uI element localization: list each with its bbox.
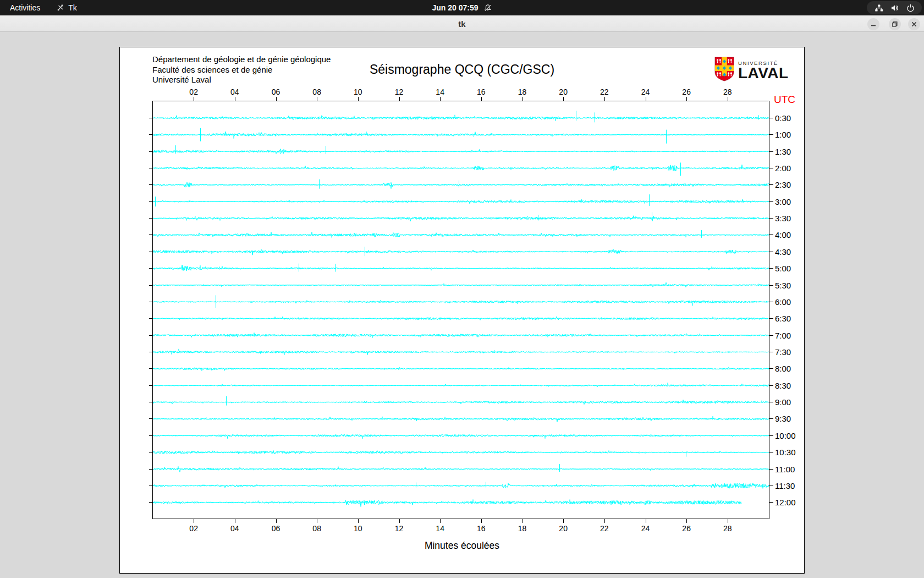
x-tick-label: 04 [230,524,239,533]
utc-label: UTC [774,94,795,106]
y-tick-mark [149,352,153,352]
y-tick-mark [769,168,773,168]
x-tick-mark [646,97,646,101]
y-tick-mark [769,134,773,135]
x-tick-label: 22 [600,88,609,96]
utc-time-label: 7:00 [775,331,791,340]
x-tick-label: 18 [518,524,527,533]
x-tick-mark [728,519,728,523]
x-tick-mark [440,97,441,101]
institution-line-1: Département de géologie et de génie géol… [152,54,331,65]
y-tick-mark [769,118,773,118]
utc-time-label: 1:30 [775,147,791,156]
y-tick-mark [769,235,773,235]
x-tick-label: 10 [354,88,362,96]
x-tick-mark [194,519,194,523]
window-titlebar[interactable]: tk [0,15,924,32]
y-tick-mark [149,134,153,135]
x-tick-mark [194,97,194,101]
y-tick-mark [769,285,773,286]
x-tick-mark [440,519,441,523]
utc-time-label: 7:30 [775,347,791,357]
y-tick-mark [149,268,153,269]
power-icon [906,4,915,12]
y-tick-mark [149,385,153,386]
institution-line-2: Faculté des sciences et de génie [152,65,331,75]
x-tick-mark [399,97,400,101]
x-tick-mark [358,519,359,523]
utc-time-label: 4:00 [775,230,791,239]
system-status-area[interactable] [867,1,922,14]
x-tick-mark [563,519,564,523]
x-tick-mark [317,97,317,101]
x-tick-mark [522,519,523,523]
logo-laval-text: LAVAL [738,66,789,80]
y-tick-mark [769,335,773,336]
x-tick-label: 12 [395,524,404,533]
x-tick-label: 28 [723,524,732,533]
y-tick-mark [149,502,153,503]
utc-time-label: 12:00 [775,498,796,507]
utc-time-label: 4:30 [775,247,791,257]
x-tick-mark [317,519,317,523]
y-tick-mark [769,184,773,185]
y-tick-mark [769,452,773,452]
x-tick-mark [728,97,728,101]
y-tick-mark [769,418,773,419]
x-tick-mark [481,519,482,523]
x-tick-label: 12 [395,88,404,96]
x-tick-label: 16 [477,88,486,96]
y-tick-mark [149,418,153,419]
utc-time-label: 10:30 [775,448,796,457]
window-title: tk [0,15,924,32]
x-tick-label: 08 [312,524,321,533]
maximize-button[interactable] [889,18,901,30]
y-tick-mark [149,318,153,319]
x-tick-mark [358,97,359,101]
x-tick-label: 26 [682,524,691,533]
seismogram-traces [153,101,769,519]
chart-title: Séismographe QCQ (CGC/GSC) [370,62,554,77]
y-tick-mark [149,218,153,219]
utc-time-label: 2:30 [775,180,791,189]
x-tick-label: 26 [682,88,691,96]
y-tick-mark [149,235,153,235]
utc-time-label: 8:00 [775,364,791,373]
x-tick-mark [686,97,687,101]
utc-time-label: 5:00 [775,264,791,273]
x-tick-mark [399,519,400,523]
utc-time-label: 6:00 [775,297,791,307]
x-tick-label: 14 [436,88,444,96]
clock-button[interactable]: Jun 20 07:59 [432,0,492,15]
clock-label: Jun 20 07:59 [432,3,478,12]
y-tick-mark [149,151,153,152]
utc-time-label: 3:30 [775,214,791,223]
gnome-top-bar: Activities Tk Jun 20 07:59 [0,0,924,15]
x-tick-label: 18 [518,88,527,96]
y-tick-mark [149,168,153,168]
utc-time-label: 3:00 [775,197,791,206]
app-menu[interactable]: Tk [57,3,77,12]
utc-time-label: 1:00 [775,130,791,139]
close-button[interactable] [908,18,920,30]
y-tick-mark [769,435,773,436]
x-tick-label: 28 [723,88,732,96]
utc-time-label: 9:30 [775,414,791,423]
y-tick-mark [769,402,773,402]
universite-laval-logo: UNIVERSITÉ LAVAL [714,57,789,84]
y-tick-mark [149,285,153,286]
y-tick-mark [149,184,153,185]
x-tick-label: 04 [230,88,239,96]
laval-shield-icon [714,57,734,84]
activities-button[interactable]: Activities [10,3,40,12]
app-menu-label: Tk [68,3,77,12]
network-wired-icon [875,4,883,12]
institution-line-3: Université Laval [152,75,331,85]
volume-icon [890,4,899,12]
y-tick-mark [769,302,773,302]
x-tick-mark [481,97,482,101]
minimize-button[interactable] [867,18,879,30]
x-tick-mark [563,97,564,101]
y-tick-mark [769,368,773,369]
utc-time-label: 11:30 [775,481,795,490]
